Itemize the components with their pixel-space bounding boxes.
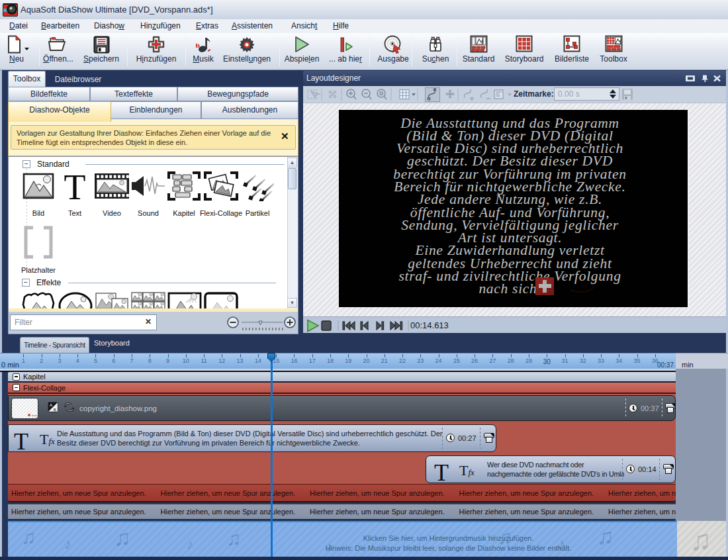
svg-text:B: B bbox=[54, 407, 56, 412]
